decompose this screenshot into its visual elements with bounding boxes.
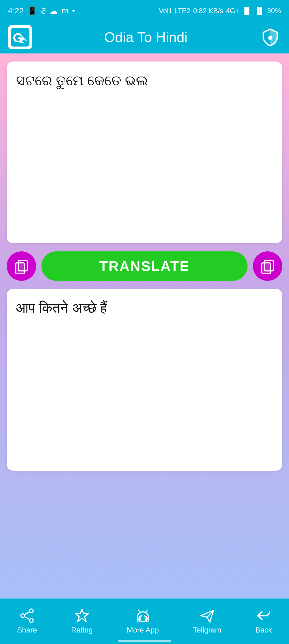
page-title: Odia To Hindi <box>32 29 260 45</box>
share-icon <box>20 608 35 623</box>
nav-share[interactable]: Share <box>17 608 37 634</box>
nav-more-app-label: More App <box>127 626 159 634</box>
input-text-box[interactable]: ସଟରେ ତୁମେ କେତେ ଭଲ <box>7 62 282 243</box>
svg-point-23 <box>144 615 145 616</box>
translate-button-label: TRANSLATE <box>99 258 190 274</box>
copy-input-button[interactable] <box>7 251 36 281</box>
main-content: ସଟରେ ତୁମେ କେତେ ଭଲ TRANSLATE आप कितने अच्… <box>0 53 289 599</box>
status-time: 4:22 <box>8 6 24 15</box>
status-left: 4:22 📱 Ƨ ☁ m • <box>8 6 75 16</box>
shield-icon[interactable] <box>260 26 281 48</box>
nav-back[interactable]: Back <box>255 608 272 634</box>
svg-point-4 <box>268 36 272 40</box>
svg-point-22 <box>140 615 142 616</box>
star-icon <box>74 608 89 623</box>
reply-icon <box>256 608 271 623</box>
bottom-nav: Share Rating More App Teligram <box>0 599 289 644</box>
messenger-icon: m <box>62 6 68 15</box>
svg-rect-10 <box>262 263 271 274</box>
nav-telegram[interactable]: Teligram <box>193 608 221 634</box>
status-bar: 4:22 📱 Ƨ ☁ m • Vol1 LTE2 0.82 KB/s 4G+ ▐… <box>0 0 289 21</box>
svg-line-20 <box>138 610 140 612</box>
dot-icon: • <box>72 6 75 15</box>
home-indicator <box>118 640 171 642</box>
signal-bars: ▐▌ <box>242 7 252 15</box>
svg-point-11 <box>29 609 33 613</box>
status-right: Vol1 LTE2 0.82 KB/s 4G+ ▐▌ ▐▌ 30% <box>159 7 281 15</box>
output-text-box: आप कितने अच्छे हैं <box>7 289 282 471</box>
signal-icon: Ƨ <box>41 6 46 16</box>
translate-button[interactable]: TRANSLATE <box>41 251 248 281</box>
connection-type: 4G+ <box>226 7 239 15</box>
network-type: Vol1 LTE2 <box>159 7 191 15</box>
android-icon <box>135 608 150 623</box>
send-icon <box>200 608 215 623</box>
copy-output-icon <box>260 259 275 274</box>
copy-output-button[interactable] <box>253 251 282 281</box>
nav-back-label: Back <box>255 626 272 634</box>
signal-bars2: ▐▌ <box>254 7 264 15</box>
svg-line-21 <box>146 610 148 612</box>
input-divider <box>12 243 277 243</box>
google-translate-logo: G z <box>8 25 32 49</box>
whatsapp-icon: 📱 <box>27 6 37 16</box>
nav-rating[interactable]: Rating <box>71 608 93 634</box>
svg-point-13 <box>29 619 33 622</box>
sync-icon: ☁ <box>50 6 58 16</box>
input-text: ସଟରେ ତୁମେ କେତେ ଭଲ <box>16 73 148 88</box>
nav-more-app[interactable]: More App <box>127 608 159 634</box>
battery: 30% <box>267 7 281 15</box>
svg-rect-7 <box>16 263 25 274</box>
output-text: आप कितने अच्छे हैं <box>16 300 107 316</box>
app-header: G z Odia To Hindi <box>0 21 289 53</box>
svg-point-12 <box>21 614 25 618</box>
nav-rating-label: Rating <box>71 626 93 634</box>
nav-share-label: Share <box>17 626 37 634</box>
svg-line-15 <box>25 617 29 619</box>
translate-row: TRANSLATE <box>7 251 282 281</box>
svg-line-14 <box>25 612 29 615</box>
speed: 0.82 KB/s <box>193 7 223 15</box>
nav-telegram-label: Teligram <box>193 626 221 634</box>
copy-input-icon <box>14 259 29 274</box>
svg-marker-16 <box>75 609 88 622</box>
